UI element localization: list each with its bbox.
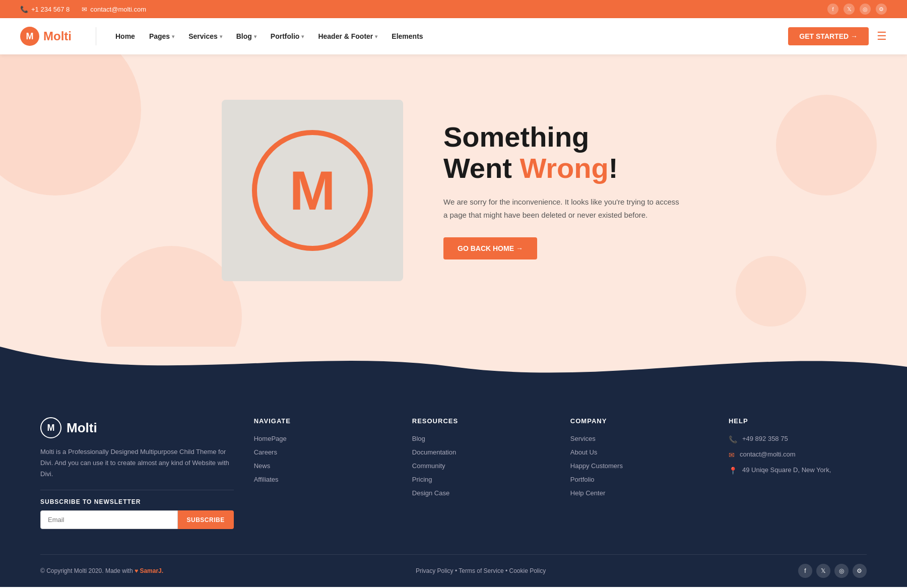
- hero-section: M SomethingWent Wrong! We are sorry for …: [0, 54, 907, 347]
- help-phone: +49 892 358 75: [742, 435, 788, 442]
- phone-number: +1 234 567 8: [31, 6, 70, 13]
- facebook-icon-footer[interactable]: f: [798, 564, 812, 578]
- nav-homepage-link[interactable]: HomePage: [254, 435, 392, 442]
- topbar: 📞 +1 234 567 8 ✉ contact@molti.com f 𝕏 ◎…: [0, 0, 907, 18]
- footer-brand-col: M Molti Molti is a Professionally Design…: [40, 417, 234, 529]
- hero-content: SomethingWent Wrong! We are sorry for th…: [443, 121, 685, 259]
- footer-description: Molti is a Professionally Designed Multi…: [40, 446, 234, 480]
- res-blog-link[interactable]: Blog: [412, 435, 550, 442]
- bg-circle-4: [736, 256, 806, 326]
- footer-bottom-socials: f 𝕏 ◎ ⚙: [798, 564, 867, 578]
- phone-info: 📞 +1 234 567 8: [20, 6, 70, 13]
- footer-policy-links: Privacy Policy • Terms of Service • Cook…: [416, 567, 546, 574]
- hero-image-box: M: [222, 100, 403, 281]
- footer-company-col: COMPANY Services About Us Happy Customer…: [570, 417, 708, 529]
- get-started-label: GET STARTED →: [799, 32, 858, 40]
- hero-logo-letter: M: [289, 163, 336, 218]
- get-started-button[interactable]: GET STARTED →: [788, 27, 869, 45]
- nav-affiliates-link[interactable]: Affiliates: [254, 476, 392, 483]
- subscribe-label: SUBSCRIBE TO NEWSLETTER: [40, 498, 234, 505]
- footer-help-col: HELP 📞 +49 892 358 75 ✉ contact@molti.co…: [729, 417, 867, 529]
- heart-icon: ♥: [135, 567, 140, 574]
- copyright-base: © Copyright Molti 2020. Made with: [40, 567, 133, 574]
- help-title: HELP: [729, 417, 867, 425]
- company-customers-link[interactable]: Happy Customers: [570, 462, 708, 470]
- nav-divider: [96, 27, 96, 45]
- portfolio-chevron: ▾: [301, 34, 304, 39]
- instagram-icon-top[interactable]: ◎: [860, 4, 871, 15]
- nav-portfolio[interactable]: Portfolio ▾: [264, 18, 311, 54]
- terms-link[interactable]: Terms of Service: [459, 567, 503, 574]
- hero-title: SomethingWent Wrong!: [443, 121, 685, 183]
- resources-title: RESOURCES: [412, 417, 550, 425]
- nav-news-link[interactable]: News: [254, 462, 392, 470]
- nav-pages[interactable]: Pages ▾: [142, 18, 181, 54]
- go-back-home-button[interactable]: GO BACK HOME →: [443, 237, 537, 259]
- title-went: Went: [443, 152, 520, 184]
- res-docs-link[interactable]: Documentation: [412, 448, 550, 456]
- footer-bottom: © Copyright Molti 2020. Made with ♥ Sama…: [40, 554, 867, 587]
- go-back-label: GO BACK HOME →: [458, 244, 523, 252]
- res-community-link[interactable]: Community: [412, 462, 550, 470]
- phone-icon: 📞: [20, 6, 28, 13]
- settings-icon-top[interactable]: ⚙: [876, 4, 887, 15]
- topbar-social-icons: f 𝕏 ◎ ⚙: [827, 4, 887, 15]
- subscribe-button[interactable]: SUBSCRIBE: [178, 510, 234, 529]
- email-info: ✉ contact@molti.com: [82, 6, 146, 13]
- navbar: M Molti Home Pages ▾ Services ▾ Blog ▾ P…: [0, 18, 907, 54]
- pages-chevron: ▾: [172, 34, 174, 39]
- nav-blog[interactable]: Blog ▾: [229, 18, 264, 54]
- footer-logo[interactable]: M Molti: [40, 417, 234, 438]
- subscribe-label-btn: SUBSCRIBE: [187, 516, 225, 524]
- author-name: SamarJ.: [140, 567, 163, 574]
- company-services-link[interactable]: Services: [570, 435, 708, 442]
- email-input[interactable]: [40, 510, 178, 529]
- navbar-left: M Molti Home Pages ▾ Services ▾ Blog ▾ P…: [20, 18, 430, 54]
- logo-text: Molti: [43, 29, 72, 43]
- topbar-email: contact@molti.com: [90, 6, 146, 13]
- nav-home[interactable]: Home: [108, 18, 142, 54]
- copyright-text: © Copyright Molti 2020. Made with ♥ Sama…: [40, 567, 163, 574]
- nav-header-footer[interactable]: Header & Footer ▾: [311, 18, 384, 54]
- blog-chevron: ▾: [254, 34, 256, 39]
- title-wrong: Wrong: [520, 152, 608, 184]
- cookie-link[interactable]: Cookie Policy: [509, 567, 546, 574]
- footer-logo-text: Molti: [67, 420, 97, 436]
- company-portfolio-link[interactable]: Portfolio: [570, 476, 708, 483]
- title-exclaim: !: [609, 152, 618, 184]
- footer-logo-letter: M: [47, 423, 55, 433]
- logo-letter: M: [26, 31, 34, 42]
- nav-services[interactable]: Services ▾: [181, 18, 229, 54]
- facebook-icon-top[interactable]: f: [827, 4, 838, 15]
- nav-links: Home Pages ▾ Services ▾ Blog ▾ Portfolio…: [108, 18, 430, 54]
- hf-chevron: ▾: [375, 34, 377, 39]
- hero-description: We are sorry for the inconvenience. It l…: [443, 195, 685, 221]
- help-email: contact@molti.com: [740, 450, 796, 458]
- services-chevron: ▾: [220, 34, 222, 39]
- email-icon-footer: ✉: [729, 451, 735, 459]
- help-email-item: ✉ contact@molti.com: [729, 450, 867, 459]
- subscribe-form: SUBSCRIBE: [40, 510, 234, 529]
- privacy-link[interactable]: Privacy Policy: [416, 567, 454, 574]
- footer-top: M Molti Molti is a Professionally Design…: [40, 417, 867, 549]
- twitter-icon-footer[interactable]: 𝕏: [816, 564, 830, 578]
- navigate-title: NAVIGATE: [254, 417, 392, 425]
- topbar-left: 📞 +1 234 567 8 ✉ contact@molti.com: [20, 6, 146, 13]
- logo[interactable]: M Molti: [20, 27, 72, 46]
- bg-circle-1: [0, 54, 141, 195]
- company-help-link[interactable]: Help Center: [570, 489, 708, 497]
- nav-elements[interactable]: Elements: [384, 18, 430, 54]
- location-icon-footer: 📍: [729, 467, 737, 475]
- title-something: Something: [443, 121, 589, 153]
- email-icon: ✉: [82, 6, 87, 13]
- hamburger-icon[interactable]: ☰: [877, 30, 887, 43]
- twitter-icon-top[interactable]: 𝕏: [844, 4, 855, 15]
- settings-icon-footer[interactable]: ⚙: [853, 564, 867, 578]
- nav-careers-link[interactable]: Careers: [254, 448, 392, 456]
- footer-navigate-col: NAVIGATE HomePage Careers News Affiliate…: [254, 417, 392, 529]
- res-design-link[interactable]: Design Case: [412, 489, 550, 497]
- instagram-icon-footer[interactable]: ◎: [834, 564, 849, 578]
- res-pricing-link[interactable]: Pricing: [412, 476, 550, 483]
- help-phone-item: 📞 +49 892 358 75: [729, 435, 867, 443]
- company-about-link[interactable]: About Us: [570, 448, 708, 456]
